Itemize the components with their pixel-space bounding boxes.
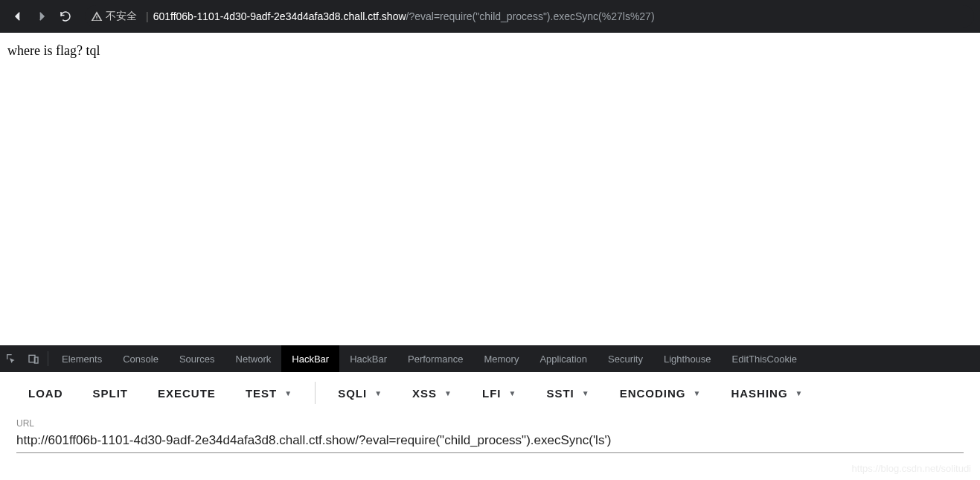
- devtools-tab-strip: Elements Console Sources Network HackBar…: [0, 345, 980, 372]
- separator: |: [146, 10, 149, 22]
- hackbar-test-dropdown[interactable]: TEST▼: [231, 372, 307, 414]
- insecure-label: 不安全: [106, 10, 137, 23]
- watermark: https://blog.csdn.net/solitudi: [852, 463, 971, 474]
- chevron-down-icon: ▼: [374, 389, 382, 397]
- hackbar-ssti-dropdown[interactable]: SSTI▼: [531, 372, 604, 414]
- devtools-tab-editthiscookie[interactable]: EditThisCookie: [722, 345, 807, 372]
- browser-navigation-bar: 不安全 | 601ff06b-1101-4d30-9adf-2e34d4afa3…: [0, 0, 980, 33]
- devtools-tab-hackbar[interactable]: HackBar: [339, 345, 397, 372]
- page-content: where is flag? tql: [0, 33, 980, 345]
- devtools-tab-security[interactable]: Security: [598, 345, 653, 372]
- devtools-tab-lighthouse[interactable]: Lighthouse: [653, 345, 722, 372]
- chevron-down-icon: ▼: [284, 389, 292, 397]
- devtools-tab-console[interactable]: Console: [112, 345, 169, 372]
- reload-button[interactable]: [54, 4, 77, 28]
- devtools-tab-network[interactable]: Network: [225, 345, 282, 372]
- url-host: 601ff06b-1101-4d30-9adf-2e34d4afa3d8.cha…: [153, 10, 406, 22]
- address-bar[interactable]: 不安全 | 601ff06b-1101-4d30-9adf-2e34d4afa3…: [85, 5, 974, 28]
- response-text: where is flag? tql: [7, 43, 100, 58]
- hackbar-hashing-dropdown[interactable]: HASHING▼: [716, 372, 818, 414]
- devtools-tab-performance[interactable]: Performance: [397, 345, 473, 372]
- insecure-indicator: 不安全: [91, 10, 137, 23]
- chevron-down-icon: ▼: [582, 389, 590, 397]
- chevron-down-icon: ▼: [444, 389, 452, 397]
- url-path: /?eval=require("child_process").execSync…: [406, 10, 655, 22]
- hackbar-url-section: URL: [0, 414, 980, 453]
- hackbar-encoding-dropdown[interactable]: ENCODING▼: [605, 372, 717, 414]
- warning-icon: [91, 10, 103, 22]
- devtools-tab-sources[interactable]: Sources: [169, 345, 225, 372]
- devtools-tab-application[interactable]: Application: [529, 345, 598, 372]
- url-field-label: URL: [16, 418, 964, 429]
- hackbar-sqli-dropdown[interactable]: SQLI▼: [323, 372, 397, 414]
- hackbar-load-button[interactable]: LOAD: [13, 372, 78, 414]
- chevron-down-icon: ▼: [693, 389, 701, 397]
- hackbar-lfi-dropdown[interactable]: LFI▼: [467, 372, 531, 414]
- hackbar-xss-dropdown[interactable]: XSS▼: [397, 372, 467, 414]
- chevron-down-icon: ▼: [795, 389, 804, 397]
- hackbar-split-button[interactable]: SPLIT: [78, 372, 144, 414]
- inspect-element-icon[interactable]: [0, 345, 22, 372]
- forward-button[interactable]: [30, 4, 54, 28]
- device-toolbar-icon[interactable]: [22, 345, 45, 372]
- back-button[interactable]: [6, 4, 30, 28]
- hackbar-url-input[interactable]: [16, 430, 964, 453]
- hackbar-toolbar: LOAD SPLIT EXECUTE TEST▼ SQLI▼ XSS▼ LFI▼…: [0, 372, 980, 414]
- chevron-down-icon: ▼: [508, 389, 516, 397]
- devtools-tab-hackbar-active[interactable]: HackBar: [281, 345, 339, 372]
- separator: [315, 382, 316, 404]
- separator: [48, 351, 48, 366]
- hackbar-execute-button[interactable]: EXECUTE: [143, 372, 231, 414]
- devtools-tab-memory[interactable]: Memory: [473, 345, 529, 372]
- devtools-tab-elements[interactable]: Elements: [51, 345, 112, 372]
